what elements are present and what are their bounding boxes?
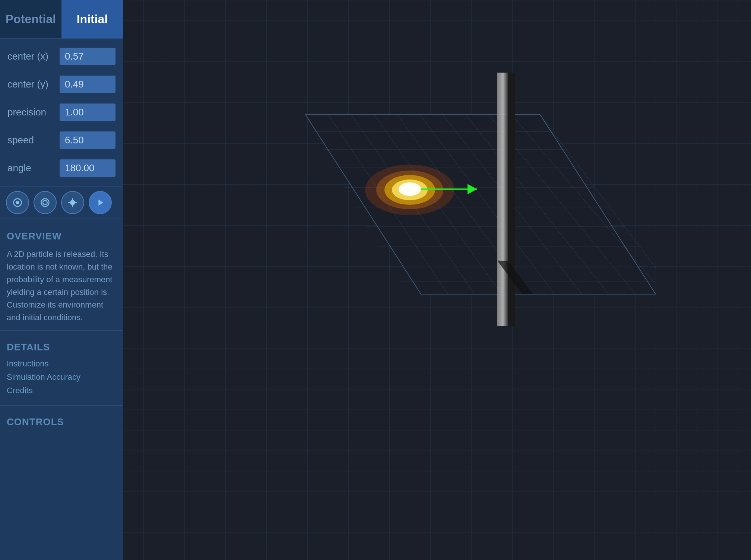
credits-link[interactable]: Credits: [7, 386, 116, 395]
param-label-center-y: center (y): [7, 79, 56, 90]
barrier-dark: [507, 73, 515, 326]
param-label-precision: precision: [7, 106, 56, 118]
edit-button[interactable]: [61, 191, 84, 214]
reset-button[interactable]: [6, 191, 29, 214]
play-button[interactable]: [89, 191, 112, 214]
svg-point-1: [16, 201, 19, 204]
tab-initial[interactable]: Initial: [61, 0, 123, 38]
tab-bar: Potential Initial: [0, 0, 123, 39]
overview-section: OVERVIEW A 2D particle is released. Its …: [0, 219, 123, 331]
svg-marker-9: [98, 200, 103, 206]
param-value-center-y[interactable]: 0.49: [60, 76, 115, 93]
overview-text: A 2D particle is released. Its location …: [7, 248, 116, 324]
controls-toolbar: [0, 187, 123, 219]
param-row-center-y: center (y) 0.49: [0, 70, 123, 98]
details-title: DETAILS: [7, 341, 116, 353]
param-value-speed[interactable]: 6.50: [60, 131, 115, 149]
controls-section: CONTROLS: [0, 406, 123, 440]
instructions-link[interactable]: Instructions: [7, 359, 116, 369]
param-row-speed: speed 6.50: [0, 126, 123, 154]
params-panel: center (x) 0.57 center (y) 0.49 precisio…: [0, 39, 123, 187]
tab-potential[interactable]: Potential: [0, 0, 61, 38]
viewport: [123, 0, 751, 560]
svg-point-3: [43, 200, 47, 205]
param-value-precision[interactable]: 1.00: [60, 104, 115, 121]
svg-point-4: [70, 200, 75, 205]
param-row-center-x: center (x) 0.57: [0, 42, 123, 70]
param-row-angle: angle 180.00: [0, 154, 123, 182]
simulation-plane: [305, 115, 656, 294]
param-value-center-x[interactable]: 0.57: [60, 48, 115, 65]
details-section: DETAILS Instructions Simulation Accuracy…: [0, 331, 123, 406]
target-button[interactable]: [34, 191, 57, 214]
simulation-accuracy-link[interactable]: Simulation Accuracy: [7, 372, 116, 382]
param-label-angle: angle: [7, 162, 56, 174]
param-label-center-x: center (x): [7, 51, 56, 62]
sidebar: Potential Initial center (x) 0.57 center…: [0, 0, 123, 560]
overview-title: OVERVIEW: [7, 230, 116, 242]
param-row-precision: precision 1.00: [0, 98, 123, 126]
particle-core: [399, 182, 421, 196]
controls-section-title: CONTROLS: [7, 416, 116, 428]
param-value-angle[interactable]: 180.00: [60, 159, 115, 177]
scene-svg: [123, 0, 751, 560]
svg-point-2: [41, 199, 49, 207]
param-label-speed: speed: [7, 134, 56, 146]
barrier-body: [497, 73, 508, 326]
